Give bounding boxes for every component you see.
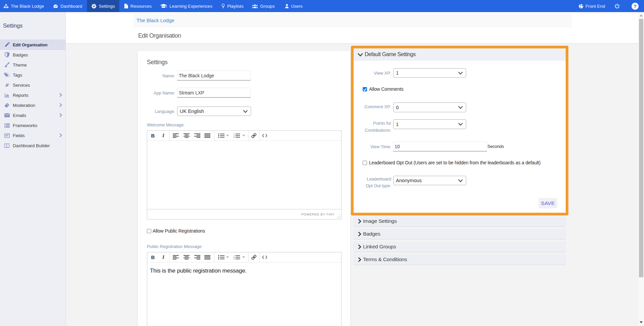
svg-text:3: 3 [234,136,235,138]
svg-text:3: 3 [234,258,235,259]
svg-text:?: ? [634,3,637,9]
